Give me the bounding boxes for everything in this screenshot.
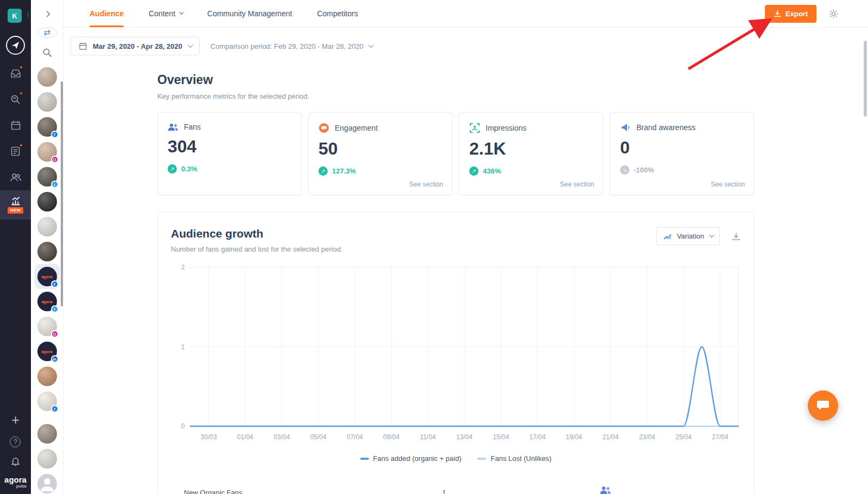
profile-avatar[interactable] [37,217,57,236]
expand-icon[interactable] [45,9,49,18]
profile-avatar[interactable]: t [37,167,57,187]
metric-trend-value: 0.3% [181,165,197,173]
profile-avatar[interactable] [37,367,57,386]
profile-avatar[interactable]: agorain [37,342,57,361]
inbox-icon[interactable] [0,60,31,86]
tab-competitors[interactable]: Competitors [317,0,358,27]
chevron-down-icon [188,42,193,48]
fb-badge-icon: f [51,131,59,138]
avatar [37,367,57,386]
chevron-down-icon [179,10,183,14]
profile-avatar[interactable] [37,317,57,336]
profile-list: ftagorafagoratagorainff [31,67,63,494]
plus-icon[interactable]: + [11,413,20,427]
audience-growth-chart-area: 01230/0301/0403/0405/0407/0409/0411/0413… [171,261,741,450]
metric-label: Engagement [335,124,378,132]
row-label: New Organic Fans [184,489,242,494]
brand-awareness-icon [620,123,631,132]
svg-text:19/04: 19/04 [566,433,582,441]
workspace-avatar[interactable]: K [8,9,22,23]
avatar [37,67,57,87]
calendar-icon[interactable] [0,112,31,138]
date-range-picker[interactable]: Mar 29, 2020 - Apr 28, 2020 [71,37,200,55]
variation-chart-icon [663,233,672,240]
notification-dot [19,91,23,95]
legend-item: Fans added (organic + paid) [360,454,462,463]
metric-card-brand-awareness: Brand awareness0↘-100%See section [610,112,754,195]
workspace-row: K ⋮ [0,9,31,25]
community-icon[interactable] [0,164,31,190]
metric-value: 304 [168,137,291,157]
profile-switch-icon[interactable]: ⇄ [37,27,57,38]
metric-trend-value: 436% [483,167,501,175]
metric-card-engagement: Engagement50↗127.3%See section [308,112,452,195]
plane-icon[interactable] [6,36,25,55]
profile-avatar[interactable] [37,67,57,87]
metric-trend-value: -100% [634,166,654,174]
legend-label: Fans added (organic + paid) [373,454,462,463]
profile-avatar[interactable] [37,424,57,444]
svg-text:25/04: 25/04 [675,433,692,441]
avatar [37,424,57,444]
app-sidebar: K ⋮ NEW + ? [0,0,31,494]
profile-avatar[interactable]: f [37,392,57,411]
audience-growth-title: Audience growth [171,227,343,240]
comparison-period-dropdown[interactable]: Comparison period: Feb 29, 2020 - Mar 28… [210,42,372,50]
tab-audience[interactable]: Audience [90,0,124,27]
audience-growth-subtitle: Number of fans gained and lost for the s… [171,245,343,253]
avatar [37,449,57,469]
metric-value: 50 [318,139,442,159]
rail-scrollbar[interactable] [61,81,63,306]
page-scrollbar[interactable] [864,41,867,117]
svg-text:01/04: 01/04 [237,433,253,441]
see-section-link[interactable]: See section [560,181,594,188]
avatar [37,242,57,261]
profile-avatar-selected[interactable]: agoraf [37,267,57,286]
avatar [37,192,57,211]
tab-content[interactable]: Content [149,0,182,27]
see-section-link[interactable]: See section [409,181,443,188]
profile-avatar[interactable]: f [37,117,57,137]
listening-icon[interactable] [0,86,31,112]
people-row-icon [599,485,611,494]
ig-badge-icon [51,156,59,163]
row-value: 1 [442,489,446,494]
help-icon[interactable]: ? [10,437,21,447]
download-icon[interactable] [732,232,741,241]
legend-item: Fans Lost (Unlikes) [477,454,551,463]
metric-label: Impressions [486,124,526,132]
profile-avatar[interactable] [37,449,57,469]
chevron-down-icon [709,232,714,238]
profile-avatar[interactable] [37,474,57,493]
table-row: New Organic Fans 1 [171,482,741,494]
trend-up-icon: ↗ [469,166,478,176]
metric-card-impressions: Impressions2.1K↗436%See section [459,112,603,195]
export-download-icon [774,10,781,17]
analytics-icon[interactable]: NEW [0,190,31,220]
bell-icon[interactable] [11,456,20,468]
chevron-down-icon [368,42,374,48]
publishing-icon[interactable] [0,138,31,164]
new-badge: NEW [8,207,23,214]
export-button[interactable]: Export [765,5,816,23]
profile-avatar[interactable] [37,192,57,211]
overview-subtitle: Key performance metrics for the selected… [157,92,754,100]
fb-badge-icon: f [51,405,59,413]
kebab-menu-icon[interactable]: ⋮ [24,11,31,18]
profile-avatar[interactable] [37,142,57,162]
avatar [37,217,57,236]
engagement-icon [318,123,329,133]
see-section-link[interactable]: See section [711,181,745,188]
profile-avatar[interactable] [37,92,57,112]
svg-text:2: 2 [181,264,185,271]
profile-avatar[interactable]: agorat [37,292,57,311]
gear-icon[interactable] [828,9,839,19]
tab-community-management[interactable]: Community Management [207,0,292,27]
top-header: AudienceContentCommunity ManagementCompe… [63,0,868,28]
search-icon[interactable] [42,48,52,60]
profile-avatar[interactable] [37,242,57,261]
notification-dot [19,65,23,69]
variation-select[interactable]: Variation [656,227,720,245]
chat-bubble-icon[interactable] [808,390,838,421]
legend-dash-icon [360,458,369,460]
